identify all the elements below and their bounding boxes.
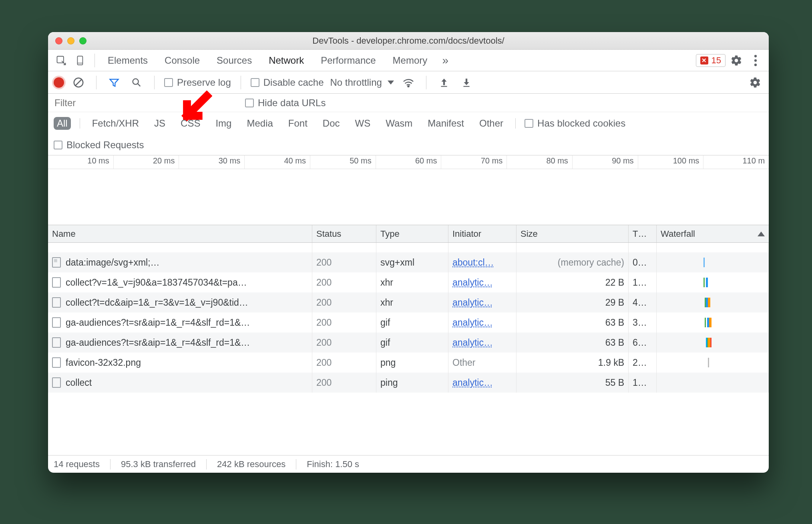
timeline-ruler[interactable]: 10 ms20 ms30 ms40 ms50 ms60 ms70 ms80 ms… (48, 155, 769, 169)
request-size: 22 B (517, 272, 629, 292)
device-toolbar-icon[interactable] (72, 52, 89, 69)
chip-all[interactable]: All (54, 117, 71, 130)
request-initiator[interactable]: analytic… (452, 377, 493, 388)
svg-point-4 (754, 59, 757, 61)
tab-memory[interactable]: Memory (386, 55, 435, 66)
svg-point-10 (408, 86, 409, 87)
request-size: 55 B (517, 373, 629, 393)
request-initiator[interactable]: about:cl… (452, 257, 494, 268)
request-initiator[interactable]: analytic… (452, 317, 493, 328)
col-waterfall[interactable]: Waterfall (657, 225, 769, 242)
clear-icon[interactable] (70, 75, 86, 91)
kebab-menu-icon[interactable] (747, 52, 764, 69)
upload-har-icon[interactable] (436, 75, 452, 91)
minimize-window-button[interactable] (67, 37, 74, 44)
disable-cache-checkbox[interactable]: Disable cache (251, 77, 324, 88)
divider (241, 76, 241, 89)
chip-ws[interactable]: WS (352, 117, 374, 130)
chip-media[interactable]: Media (243, 117, 276, 130)
request-waterfall (657, 312, 769, 333)
request-name: ga-audiences?t=sr&aip=1&_r=4&slf_rd=1&… (66, 337, 250, 348)
request-time: 1… (629, 272, 657, 292)
col-name[interactable]: Name (48, 225, 312, 242)
close-window-button[interactable] (55, 37, 62, 44)
status-transferred: 95.3 kB transferred (121, 459, 196, 470)
filter-funnel-icon[interactable] (106, 75, 122, 91)
table-row[interactable]: ga-audiences?t=sr&aip=1&_r=4&slf_rd=1&…2… (48, 312, 769, 333)
file-icon (52, 357, 61, 368)
chip-manifest[interactable]: Manifest (424, 117, 467, 130)
chip-doc[interactable]: Doc (320, 117, 343, 130)
hide-data-urls-checkbox[interactable]: Hide data URLs (245, 97, 326, 109)
col-status[interactable]: Status (312, 225, 376, 242)
tab-sources[interactable]: Sources (209, 55, 259, 66)
record-button[interactable] (54, 77, 64, 88)
throttling-select[interactable]: No throttling (330, 77, 394, 88)
error-count-badge[interactable]: ✕ 15 (696, 54, 726, 67)
request-waterfall (657, 252, 769, 272)
request-status: 200 (312, 252, 376, 272)
request-type: png (376, 353, 448, 373)
file-icon (52, 317, 61, 328)
status-resources: 242 kB resources (217, 459, 285, 470)
network-toolbar: Preserve log Disable cache No throttling (48, 71, 769, 94)
chip-fetch-xhr[interactable]: Fetch/XHR (89, 117, 142, 130)
error-count: 15 (712, 55, 721, 66)
table-row[interactable]: favicon-32x32.png200pngOther1.9 kB2… (48, 353, 769, 373)
request-initiator[interactable]: analytic… (452, 337, 493, 348)
chip-img[interactable]: Img (212, 117, 235, 130)
request-time: 6… (629, 333, 657, 353)
request-status: 200 (312, 333, 376, 353)
request-initiator: Other (452, 357, 476, 368)
divider (515, 118, 516, 129)
network-settings-gear-icon[interactable] (747, 75, 763, 91)
has-blocked-cookies-checkbox[interactable]: Has blocked cookies (525, 118, 625, 129)
tab-performance[interactable]: Performance (314, 55, 383, 66)
request-initiator[interactable]: analytic… (452, 277, 493, 288)
search-icon[interactable] (129, 75, 145, 91)
ruler-tick: 110 m (703, 155, 769, 169)
ruler-tick: 70 ms (441, 155, 507, 169)
col-type[interactable]: Type (376, 225, 448, 242)
request-type: xhr (376, 272, 448, 292)
table-row[interactable]: collect?t=dc&aip=1&_r=3&v=1&_v=j90&tid…2… (48, 292, 769, 312)
svg-line-7 (76, 79, 82, 85)
tab-elements[interactable]: Elements (100, 55, 155, 66)
download-har-icon[interactable] (458, 75, 474, 91)
chip-js[interactable]: JS (151, 117, 169, 130)
filter-input[interactable] (54, 96, 174, 110)
zoom-window-button[interactable] (79, 37, 86, 44)
table-row[interactable]: data:image/svg+xml;…200svg+xmlabout:cl…(… (48, 252, 769, 272)
timeline-overview[interactable] (48, 169, 769, 225)
request-size: 29 B (517, 292, 629, 312)
divider (426, 76, 426, 89)
request-size: 63 B (517, 333, 629, 353)
request-status: 200 (312, 373, 376, 393)
table-row[interactable]: ga-audiences?t=sr&aip=1&_r=4&slf_rd=1&…2… (48, 333, 769, 353)
tab-console[interactable]: Console (157, 55, 207, 66)
chip-wasm[interactable]: Wasm (382, 117, 416, 130)
col-initiator[interactable]: Initiator (448, 225, 517, 242)
chip-font[interactable]: Font (285, 117, 311, 130)
network-conditions-icon[interactable] (400, 75, 416, 91)
settings-gear-icon[interactable] (728, 52, 745, 69)
chip-other[interactable]: Other (476, 117, 506, 130)
request-initiator[interactable]: analytic… (452, 297, 493, 308)
request-name: collect?t=dc&aip=1&_r=3&v=1&_v=j90&tid… (66, 297, 248, 308)
tab-network[interactable]: Network (261, 55, 311, 66)
resource-type-chips: AllFetch/XHRJSCSSImgMediaFontDocWSWasmMa… (48, 112, 769, 135)
blocked-requests-row: Blocked Requests (48, 135, 769, 155)
more-tabs-icon[interactable]: » (437, 52, 454, 69)
request-status: 200 (312, 353, 376, 373)
table-row[interactable]: collect?v=1&_v=j90&a=1837457034&t=pa…200… (48, 272, 769, 292)
request-type: ping (376, 373, 448, 393)
preserve-log-checkbox[interactable]: Preserve log (164, 77, 231, 88)
inspect-element-icon[interactable] (53, 52, 70, 69)
col-size[interactable]: Size (517, 225, 629, 242)
svg-rect-12 (463, 86, 469, 87)
divider (96, 76, 96, 89)
checkbox-icon (251, 78, 259, 87)
blocked-requests-checkbox[interactable]: Blocked Requests (54, 139, 144, 151)
col-time[interactable]: T… (629, 225, 657, 242)
table-row[interactable]: collect200pinganalytic…55 B1… (48, 373, 769, 393)
